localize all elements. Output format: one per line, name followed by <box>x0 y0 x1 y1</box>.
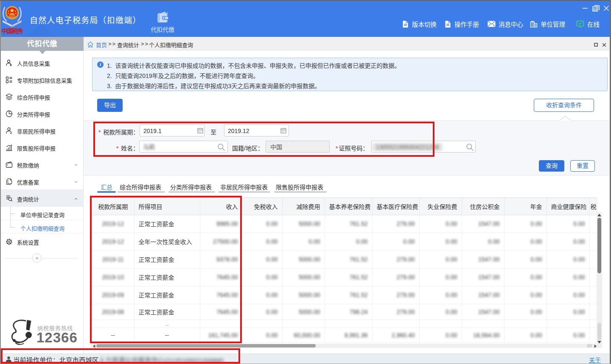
svg-text:中国税务: 中国税务 <box>2 28 23 34</box>
